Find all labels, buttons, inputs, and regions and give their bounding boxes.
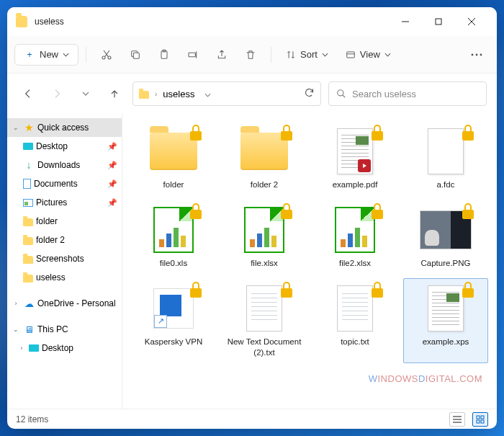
- paste-button[interactable]: [151, 42, 177, 68]
- addr-folder-icon: [139, 91, 149, 99]
- file-item[interactable]: file0.xls: [131, 200, 216, 274]
- folder-icon: [23, 275, 33, 282]
- sidebar-item-downloads[interactable]: ↓ Downloads 📌: [7, 156, 122, 174]
- lock-icon: [188, 203, 204, 219]
- folder-icon: [23, 218, 33, 226]
- sidebar-item-documents[interactable]: Documents 📌: [7, 174, 122, 193]
- copy-button[interactable]: [122, 42, 148, 68]
- svg-rect-1: [436, 19, 441, 25]
- sidebar-item-thispc[interactable]: ⌄ 🖥 This PC: [7, 320, 122, 339]
- more-button[interactable]: [464, 42, 490, 68]
- file-name: example.pdf: [333, 179, 378, 190]
- folder-icon: [23, 256, 33, 264]
- svg-rect-6: [133, 53, 139, 58]
- up-button[interactable]: [104, 83, 125, 104]
- chevron-down-icon: [322, 53, 328, 57]
- sidebar-item-desktop[interactable]: Desktop 📌: [7, 137, 122, 156]
- view-button[interactable]: View: [338, 45, 398, 64]
- sidebar-item-pc-desktop[interactable]: › Desktop: [7, 339, 122, 357]
- svg-rect-15: [477, 416, 480, 419]
- download-icon: ↓: [23, 159, 35, 171]
- file-item[interactable]: folder 2: [222, 121, 307, 195]
- expand-icon[interactable]: ›: [12, 300, 20, 307]
- sort-button[interactable]: Sort: [279, 45, 336, 64]
- lock-icon: [188, 282, 204, 298]
- pc-icon: 🖥: [23, 324, 35, 335]
- lock-icon: [188, 125, 204, 141]
- sidebar-item-useless[interactable]: useless: [7, 268, 122, 287]
- refresh-button[interactable]: [304, 87, 315, 100]
- file-item[interactable]: New Text Document (2).txt: [222, 278, 307, 363]
- file-item[interactable]: Capture.PNG: [403, 200, 488, 274]
- view-icon: [346, 50, 356, 60]
- minimize-button[interactable]: [389, 7, 422, 36]
- close-button[interactable]: [455, 7, 488, 36]
- star-icon: ★: [23, 122, 35, 133]
- watermark: WINDOWSDIGITAL.COM: [369, 373, 482, 384]
- pin-icon: 📌: [107, 198, 117, 208]
- file-item[interactable]: folder: [131, 121, 216, 195]
- search-placeholder: Search useless: [352, 89, 416, 99]
- lock-icon: [279, 125, 294, 141]
- sidebar-item-pictures[interactable]: Pictures 📌: [7, 193, 122, 212]
- pin-icon: 📌: [107, 142, 117, 151]
- new-button-label: New: [40, 49, 58, 60]
- navigation-pane[interactable]: ⌄ ★ Quick access Desktop 📌 ↓ Downloads 📌…: [7, 114, 122, 409]
- delete-button[interactable]: [238, 42, 264, 68]
- file-name: example.xps: [423, 337, 469, 347]
- search-box[interactable]: Search useless: [328, 81, 487, 106]
- share-button[interactable]: [209, 42, 235, 68]
- lock-icon: [279, 203, 294, 219]
- chevron-down-icon: [384, 53, 391, 57]
- file-item[interactable]: file.xlsx: [222, 200, 307, 274]
- svg-rect-18: [481, 420, 484, 423]
- file-thumbnail: [417, 283, 474, 334]
- sort-icon: [286, 50, 296, 60]
- icons-layout-button[interactable]: [472, 412, 488, 427]
- plus-circle-icon: +: [24, 49, 35, 61]
- lock-icon: [369, 125, 385, 141]
- back-button[interactable]: [17, 83, 39, 104]
- file-item[interactable]: a.fdc: [403, 121, 488, 195]
- details-layout-button[interactable]: [449, 412, 465, 427]
- sidebar-item-screenshots[interactable]: Screenshots: [7, 249, 122, 268]
- rename-button[interactable]: [180, 42, 206, 68]
- file-thumbnail: [235, 283, 293, 334]
- sidebar-item-folder[interactable]: folder: [7, 212, 122, 231]
- command-bar: + New Sort View: [7, 36, 497, 74]
- address-bar[interactable]: › useless: [132, 81, 321, 106]
- pin-icon: 📌: [107, 179, 117, 189]
- expand-icon[interactable]: ›: [17, 344, 26, 352]
- recent-dropdown[interactable]: [75, 83, 96, 104]
- breadcrumb[interactable]: useless: [163, 89, 194, 99]
- cloud-icon: ☁: [23, 298, 35, 309]
- new-button[interactable]: + New: [14, 44, 78, 66]
- window-title: useless: [35, 17, 64, 27]
- sidebar-item-onedrive[interactable]: › ☁ OneDrive - Personal: [7, 294, 122, 313]
- collapse-icon[interactable]: ⌄: [12, 124, 20, 131]
- items-view[interactable]: folderfolder 2example.pdfa.fdcfile0.xlsf…: [122, 114, 497, 409]
- collapse-icon[interactable]: ⌄: [12, 326, 20, 333]
- file-thumbnail: [326, 126, 384, 177]
- folder-icon: [23, 237, 33, 245]
- file-thumbnail: [145, 205, 202, 255]
- file-item[interactable]: example.xps: [403, 278, 488, 363]
- file-thumbnail: [417, 205, 474, 255]
- nav-row: › useless Search useless: [7, 74, 497, 114]
- forward-button[interactable]: [46, 83, 68, 104]
- sort-label: Sort: [300, 49, 318, 60]
- file-thumbnail: [417, 126, 474, 177]
- sidebar-item-folder2[interactable]: folder 2: [7, 231, 122, 249]
- file-item[interactable]: topic.txt: [312, 278, 397, 363]
- svg-point-12: [476, 53, 478, 55]
- file-item[interactable]: Kaspersky VPN: [131, 278, 216, 363]
- sidebar-item-quick-access[interactable]: ⌄ ★ Quick access: [7, 118, 122, 137]
- maximize-button[interactable]: [422, 7, 455, 36]
- cut-button[interactable]: [94, 42, 120, 68]
- file-name: Capture.PNG: [420, 258, 470, 269]
- file-item[interactable]: file2.xlsx: [312, 200, 397, 274]
- file-item[interactable]: example.pdf: [312, 121, 397, 195]
- addr-history-dropdown[interactable]: [200, 89, 215, 99]
- svg-point-14: [338, 90, 343, 96]
- status-bar: 12 items: [7, 409, 497, 429]
